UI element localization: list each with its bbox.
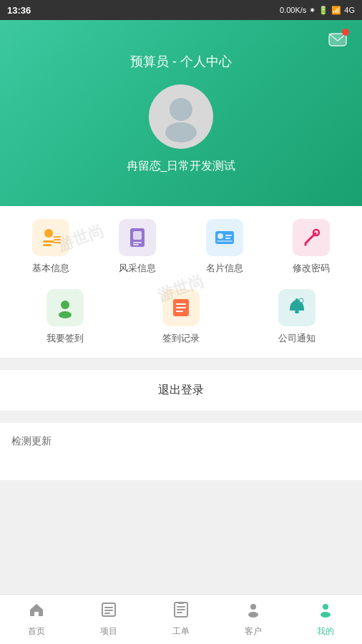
- change-pwd-label: 修改密码: [293, 262, 330, 275]
- nav-mine-label: 我的: [317, 625, 334, 638]
- style-info-icon: [119, 219, 156, 256]
- svg-point-0: [170, 98, 192, 121]
- svg-rect-12: [133, 244, 139, 245]
- network-speed: 0.00K/s: [280, 6, 306, 14]
- svg-point-3: [44, 229, 53, 238]
- customer-icon: [245, 601, 262, 623]
- nav-project-label: 项目: [100, 625, 117, 638]
- checkin-label: 我要签到: [47, 332, 84, 345]
- hero-section: 预算员 - 个人中心 冉留恋_日常开发测试: [0, 20, 362, 206]
- svg-rect-26: [295, 311, 299, 313]
- menu-item-change-pwd[interactable]: 修改密码: [268, 213, 356, 280]
- svg-rect-32: [104, 610, 113, 611]
- menu-item-checkin-record[interactable]: 签到记录: [123, 283, 239, 351]
- menu-item-style-info[interactable]: 风采信息: [94, 213, 182, 280]
- workorder-icon: [172, 601, 190, 623]
- checkin-record-label: 签到记录: [162, 332, 200, 345]
- svg-point-1: [165, 122, 197, 142]
- svg-rect-17: [217, 240, 233, 242]
- notice-icon: !: [278, 289, 315, 326]
- basic-info-label: 基本信息: [32, 262, 69, 275]
- project-icon: [100, 601, 117, 623]
- logout-section[interactable]: 退出登录: [0, 369, 362, 411]
- svg-point-19: [61, 301, 69, 309]
- menu-item-checkin[interactable]: 我要签到: [7, 283, 123, 351]
- status-icons: 0.00K/s ⁕ 🔋 📶 4G: [280, 6, 355, 15]
- svg-point-41: [323, 604, 328, 610]
- svg-rect-11: [133, 242, 142, 243]
- svg-point-42: [321, 612, 331, 618]
- svg-rect-15: [225, 235, 232, 236]
- update-section[interactable]: 检测更新: [0, 423, 362, 480]
- nav-item-mine[interactable]: 我的: [290, 595, 362, 644]
- menu-item-notice[interactable]: ! 公司通知: [239, 283, 355, 351]
- svg-rect-4: [43, 240, 54, 243]
- nav-item-customer[interactable]: 客户: [217, 595, 290, 644]
- checkin-record-icon: [162, 289, 200, 326]
- style-info-label: 风采信息: [119, 262, 156, 275]
- user-name: 冉留恋_日常开发测试: [127, 159, 236, 174]
- logout-button[interactable]: 退出登录: [158, 383, 204, 398]
- svg-rect-7: [54, 239, 61, 240]
- svg-rect-23: [176, 307, 186, 308]
- svg-rect-38: [178, 602, 184, 604]
- svg-rect-6: [54, 236, 61, 238]
- svg-rect-22: [176, 303, 186, 305]
- checkin-icon: [47, 289, 84, 326]
- svg-rect-31: [104, 607, 113, 608]
- notice-label: 公司通知: [278, 332, 315, 345]
- card-info-icon: [206, 219, 243, 256]
- menu-item-basic-info[interactable]: 基本信息: [7, 213, 94, 280]
- nav-item-home[interactable]: 首页: [0, 595, 72, 644]
- nav-home-label: 首页: [28, 625, 45, 638]
- avatar: [149, 84, 213, 149]
- svg-rect-33: [104, 613, 110, 614]
- signal-icon: 📶: [331, 6, 341, 15]
- battery-icon: 🔋: [318, 6, 328, 15]
- message-button[interactable]: [325, 27, 351, 53]
- update-button[interactable]: 检测更新: [11, 435, 52, 447]
- basic-info-icon: [32, 219, 69, 256]
- svg-rect-35: [177, 606, 185, 608]
- svg-rect-16: [225, 238, 230, 239]
- page-title: 预算员 - 个人中心: [130, 53, 232, 70]
- bluetooth-icon: ⁕: [309, 6, 315, 15]
- message-badge: [342, 29, 349, 36]
- nav-workorder-label: 工单: [172, 625, 190, 638]
- status-time: 13:36: [7, 5, 31, 16]
- svg-point-20: [59, 311, 72, 318]
- svg-rect-10: [133, 231, 142, 240]
- svg-rect-25: [290, 308, 304, 311]
- menu-row-1: 基本信息 风采信息: [7, 213, 355, 280]
- change-pwd-icon: [293, 219, 330, 256]
- svg-rect-5: [43, 244, 52, 246]
- separator-1: [0, 364, 362, 369]
- status-bar: 13:36 0.00K/s ⁕ 🔋 📶 4G: [0, 0, 362, 20]
- svg-rect-37: [177, 612, 182, 613]
- mine-icon: [317, 601, 334, 623]
- menu-section: 基本信息 风采信息: [0, 206, 362, 358]
- menu-item-card-info[interactable]: 名片信息: [181, 213, 268, 280]
- svg-point-14: [217, 233, 223, 239]
- svg-rect-8: [54, 242, 61, 243]
- network-type: 4G: [344, 6, 355, 14]
- nav-item-project[interactable]: 项目: [72, 595, 145, 644]
- nav-customer-label: 客户: [245, 625, 262, 638]
- svg-point-27: [295, 298, 298, 301]
- card-info-label: 名片信息: [206, 262, 243, 275]
- svg-rect-24: [176, 311, 183, 312]
- menu-row-2: 我要签到 签到记录 !: [7, 283, 355, 351]
- home-icon: [28, 601, 45, 623]
- svg-point-40: [248, 612, 258, 618]
- separator-2: [0, 417, 362, 423]
- svg-point-39: [250, 604, 256, 610]
- nav-item-workorder[interactable]: 工单: [145, 595, 217, 644]
- bottom-nav: 首页 项目 工单: [0, 594, 362, 644]
- svg-rect-36: [177, 609, 185, 610]
